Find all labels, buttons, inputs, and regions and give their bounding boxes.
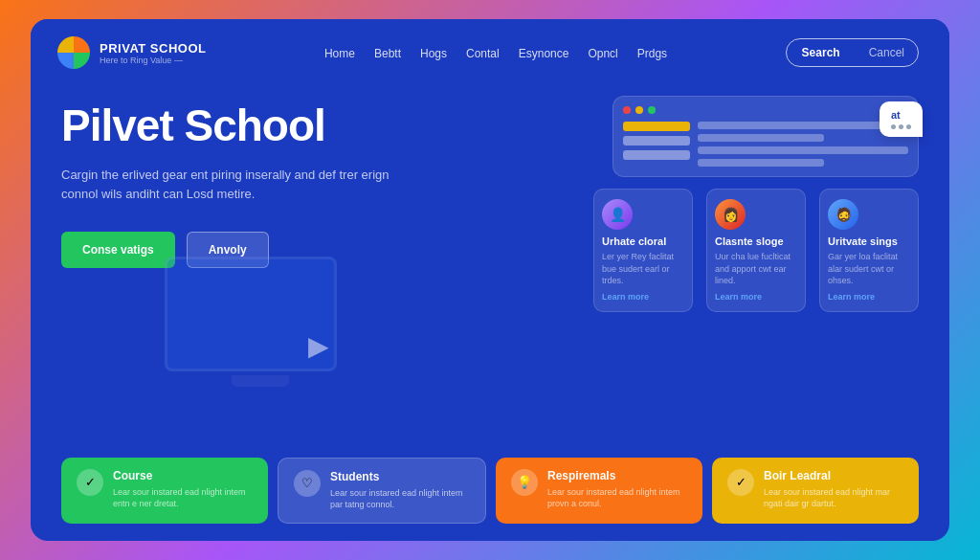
stat-icon-0: ✓ <box>77 469 103 496</box>
stat-content-2: Respiremals Lear sour instared ead nligh… <box>547 469 687 510</box>
dot-yellow <box>635 106 643 114</box>
hero-right: at 👤 Urhate cloral Ler yer Rey faclitat … <box>490 92 919 458</box>
stat-icon-3: ✓ <box>727 469 754 496</box>
search-cancel-group: Search Cancel <box>786 38 919 67</box>
feature-title-0: Urhate cloral <box>602 235 684 247</box>
feature-link-0[interactable]: Learn more <box>602 292 684 302</box>
nav-links: Home Bebtt Hogs Contal Esynonce Opncl Pr… <box>324 44 667 61</box>
browser-sidebar <box>623 122 690 167</box>
brand-name: PRIVAT SCHOOL <box>100 41 206 56</box>
feature-card-0: 👤 Urhate cloral Ler yer Rey faclitat bue… <box>593 189 693 312</box>
stat-title-2: Respiremals <box>547 469 687 482</box>
feature-title-2: Uritvate sings <box>828 235 910 247</box>
bottom-stats: ✓ Coursе Lear sour instared ead nlight i… <box>31 458 949 541</box>
stat-card-3: ✓ Boir Leadral Lear sour instared ead nl… <box>712 458 919 524</box>
cancel-button[interactable]: Cancel <box>856 39 918 66</box>
stat-card-1: ♡ Students Lear sour instared ead nlight… <box>278 458 486 524</box>
sidebar-bar-yellow <box>623 122 690 131</box>
navbar: PRIVAT SCHOOL Here to Ring Value — Home … <box>31 19 949 82</box>
sidebar-bar-white-2 <box>623 150 690 160</box>
stat-content-1: Students Lear sour instared ead nlight i… <box>330 470 470 511</box>
brand: PRIVAT SCHOOL Here to Ring Value — <box>57 36 206 69</box>
chat-dots <box>891 124 911 129</box>
browser-content <box>623 122 908 167</box>
nav-item-bebtt[interactable]: Bebtt <box>374 44 401 61</box>
primary-cta-button[interactable]: Conse vatigs <box>61 232 175 268</box>
browser-main-bar-4 <box>698 159 824 167</box>
feature-cards-row: 👤 Urhate cloral Ler yer Rey faclitat bue… <box>593 189 919 312</box>
nav-item-prdgs[interactable]: Prdgs <box>637 44 667 61</box>
stat-desc-0: Lear sour instared ead nlight intem entn… <box>113 486 253 510</box>
browser-main <box>698 122 908 167</box>
brand-tagline: Here to Ring Value — <box>100 56 206 65</box>
hero-left: Pilvet School Cargin the erlived gear en… <box>61 92 490 458</box>
stat-content-3: Boir Leadral Lear sour instared ead nlig… <box>764 469 903 510</box>
stat-card-2: 💡 Respiremals Lear sour instared ead nli… <box>496 458 702 524</box>
nav-item-esynonce[interactable]: Esynonce <box>519 44 569 61</box>
stat-icon-1: ♡ <box>294 470 321 497</box>
stat-desc-3: Lear sour instared ead nlight mar ngati … <box>764 486 903 510</box>
cursor-icon: ▶ <box>308 330 329 362</box>
brand-text: PRIVAT SCHOOL Here to Ring Value — <box>100 41 206 65</box>
stat-content-0: Coursе Lear sour instared ead nlight int… <box>113 469 253 510</box>
feature-desc-1: Uur cha lue fuclticat and apport cwt ear… <box>715 251 797 287</box>
feature-link-1[interactable]: Learn more <box>715 292 797 302</box>
feature-card-1: 👩 Clasnte sloge Uur cha lue fuclticat an… <box>706 189 806 312</box>
browser-mockup <box>612 96 919 177</box>
nav-item-home[interactable]: Home <box>324 44 355 61</box>
stat-card-0: ✓ Coursе Lear sour instared ead nlight i… <box>61 458 268 524</box>
dot-red <box>623 106 631 114</box>
stat-desc-1: Lear sour instared ead nlight intem par … <box>330 487 470 511</box>
feature-desc-0: Ler yer Rey faclitat bue sudert earl or … <box>602 251 684 287</box>
feature-title-1: Clasnte sloge <box>715 235 797 247</box>
monitor-stand <box>232 375 289 387</box>
hero-description: Cargin the erlived gear ent piring inser… <box>61 166 406 206</box>
stat-title-3: Boir Leadral <box>764 469 903 482</box>
feature-card-2: 🧔 Uritvate sings Gar yer loa faclitat al… <box>819 189 919 312</box>
browser-dots <box>623 106 908 114</box>
feature-icon-1: 👩 <box>715 199 746 230</box>
dot-green <box>648 106 656 114</box>
stat-title-0: Coursе <box>113 469 253 482</box>
search-button[interactable]: Search <box>787 39 856 66</box>
hero-title: Pilvet School <box>61 101 490 150</box>
nav-item-hogs[interactable]: Hogs <box>420 44 447 61</box>
stat-desc-2: Lear sour instared ead nlight intem prov… <box>547 486 687 510</box>
browser-main-bar-3 <box>698 146 908 154</box>
chat-dot-3 <box>906 124 911 129</box>
stat-icon-2: 💡 <box>511 469 538 496</box>
hero-section: Pilvet School Cargin the erlived gear en… <box>31 82 949 458</box>
stat-title-1: Students <box>330 470 470 483</box>
chat-bubble: at <box>880 101 923 137</box>
monitor-illustration <box>165 257 356 391</box>
sidebar-bar-white-1 <box>623 136 690 146</box>
chat-bubble-letter: at <box>891 109 901 121</box>
feature-icon-0: 👤 <box>602 199 633 230</box>
chat-dot-1 <box>891 124 896 129</box>
brand-logo <box>57 36 90 69</box>
browser-main-bar-1 <box>698 122 908 129</box>
browser-main-bar-2 <box>698 134 824 142</box>
feature-link-2[interactable]: Learn more <box>828 292 910 302</box>
feature-icon-2: 🧔 <box>828 199 858 230</box>
nav-item-opncl[interactable]: Opncl <box>588 44 617 61</box>
main-card: PRIVAT SCHOOL Here to Ring Value — Home … <box>31 19 949 541</box>
nav-item-contal[interactable]: Contal <box>466 44 500 61</box>
feature-desc-2: Gar yer loa faclitat alar sudert cwt or … <box>828 251 910 287</box>
chat-dot-2 <box>899 124 903 129</box>
